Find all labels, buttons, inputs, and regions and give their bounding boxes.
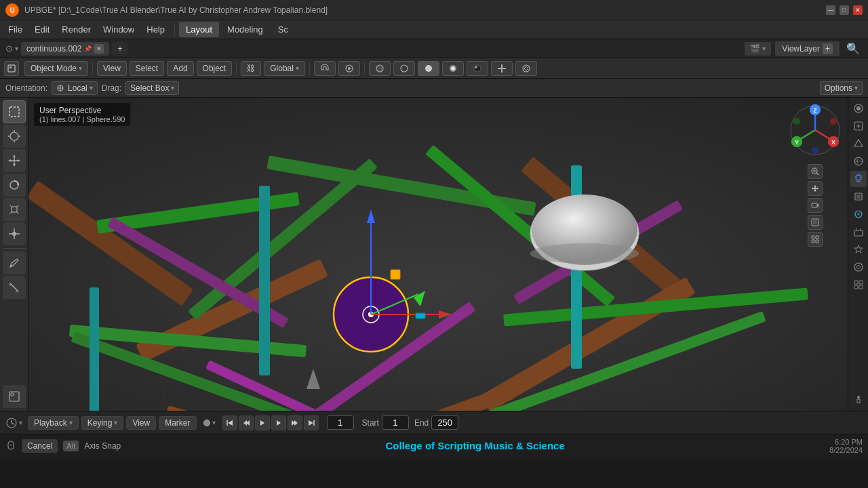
shading-material-btn[interactable] (442, 61, 464, 76)
svg-rect-146 (812, 236, 814, 239)
keyframe-chevron: ▾ (212, 419, 216, 426)
step-back-btn[interactable] (239, 415, 254, 430)
end-frame-display[interactable]: 250 (431, 415, 458, 430)
menu-help[interactable]: Help (141, 22, 170, 37)
properties-icon-6[interactable] (850, 188, 867, 205)
play-btn[interactable] (271, 415, 286, 430)
add-primitive-btn[interactable] (3, 385, 26, 408)
overlays-btn[interactable] (515, 61, 537, 76)
select-box-tool-btn[interactable] (3, 100, 26, 123)
render-engines[interactable]: 🎬 ▾ (745, 42, 771, 56)
drag-value: Select Box (130, 83, 169, 93)
minimize-button[interactable]: — (826, 5, 835, 15)
drag-label: Drag: (102, 83, 121, 93)
gizmo-y-label[interactable]: Y (795, 139, 799, 146)
tab-close-btn[interactable]: ✕ (94, 44, 104, 54)
svg-point-132 (812, 147, 818, 154)
view-btn[interactable]: View (126, 416, 156, 430)
workspace-modeling[interactable]: Modeling (220, 22, 270, 37)
svg-point-9 (425, 65, 432, 72)
drag-dropdown[interactable]: Select Box ▾ (125, 81, 179, 95)
shading-wireframe-btn[interactable] (393, 61, 415, 76)
annotate-tool-btn[interactable] (3, 251, 26, 274)
properties-icon-2[interactable] (850, 118, 867, 134)
cursor-tool-btn[interactable] (3, 125, 26, 148)
drag-chevron: ▾ (171, 84, 174, 92)
workspace-layout[interactable]: Layout (179, 22, 219, 37)
move-tool-btn[interactable] (3, 149, 26, 172)
viewport-gizmo[interactable]: Z X Y Z X Y (788, 103, 842, 157)
svg-line-44 (10, 283, 18, 291)
properties-icon-1[interactable] (850, 100, 867, 117)
menu-file[interactable]: File (3, 22, 28, 37)
svg-marker-179 (277, 420, 281, 426)
properties-icon-3[interactable] (850, 136, 867, 152)
marker-btn[interactable]: Marker (159, 416, 196, 430)
proportional-icon (344, 64, 354, 73)
properties-icon-10[interactable] (850, 259, 867, 275)
properties-icon-11[interactable] (850, 277, 867, 293)
proportional-edit-btn[interactable] (338, 61, 360, 76)
gizmo-z-label[interactable]: Z (813, 107, 817, 114)
viewlayer-section: ViewLayer + (775, 41, 840, 56)
svg-point-93 (530, 243, 639, 264)
object-mode-label: Object Mode (31, 64, 77, 73)
options-dropdown[interactable]: Options ▾ (820, 81, 863, 95)
maximize-button[interactable]: □ (840, 5, 849, 15)
shading-solid-btn[interactable] (418, 61, 439, 76)
skip-start-btn[interactable] (222, 415, 237, 430)
view-menu[interactable]: View (97, 61, 127, 76)
properties-icon-8[interactable] (850, 224, 867, 240)
viewport[interactable]: User Perspective (1) lines.007 | Sphere.… (28, 98, 848, 411)
main-area: User Perspective (1) lines.007 | Sphere.… (0, 98, 868, 411)
blender-icon: U (5, 3, 19, 17)
timeline-bar: ▾ Playback ▾ Keying ▾ View Marker ▾ (0, 411, 868, 434)
keying-btn[interactable]: Keying ▾ (81, 416, 124, 430)
scale-tool-btn[interactable] (3, 198, 26, 221)
properties-icon-5[interactable] (850, 171, 867, 187)
select-menu[interactable]: Select (130, 61, 164, 76)
new-tab-btn[interactable]: + (112, 42, 127, 56)
rotate-tool-btn[interactable] (3, 174, 26, 197)
object-info-label: (1) lines.007 | Sphere.590 (39, 115, 125, 123)
skip-end-btn[interactable] (304, 415, 319, 430)
svg-rect-167 (859, 281, 863, 284)
step-fwd-btn[interactable] (288, 415, 302, 430)
quad-view-btn[interactable] (808, 232, 823, 247)
render-view-btn[interactable] (808, 215, 823, 230)
snap-magnet-btn[interactable] (314, 61, 336, 76)
shading-render-btn[interactable] (467, 61, 488, 76)
workspace-scripting[interactable]: Sc (271, 22, 295, 37)
menu-window[interactable]: Window (98, 22, 140, 37)
camera-view-btn[interactable] (808, 198, 823, 213)
global-orientation-btn[interactable]: Global ▾ (264, 61, 305, 76)
xray-btn[interactable] (369, 61, 391, 76)
menu-render[interactable]: Render (56, 22, 96, 37)
transform-all-btn[interactable] (3, 222, 26, 245)
svg-point-11 (474, 65, 481, 72)
orientation-dropdown[interactable]: Local ▾ (52, 81, 98, 95)
current-frame-display[interactable]: 1 (327, 415, 354, 430)
object-menu[interactable]: Object (197, 61, 233, 76)
transform-pivot-btn[interactable]: ⛓ (241, 61, 261, 76)
properties-icon-4[interactable] (850, 153, 867, 169)
zoom-btn[interactable] (808, 164, 823, 179)
gizmo-x-label[interactable]: X (831, 139, 835, 146)
viewport-gizmos-btn[interactable] (491, 61, 513, 76)
add-menu[interactable]: Add (167, 61, 193, 76)
start-frame-display[interactable]: 1 (382, 415, 409, 430)
properties-icon-12[interactable] (850, 392, 867, 408)
measure-tool-btn[interactable] (3, 276, 26, 299)
pan-btn[interactable] (808, 181, 823, 196)
file-tab[interactable]: continuous.002 📌 ✕ (21, 42, 109, 56)
cancel-btn[interactable]: Cancel (22, 439, 58, 453)
play-back-btn[interactable] (255, 415, 270, 430)
object-mode-dropdown[interactable]: Object Mode ▾ (24, 61, 88, 76)
properties-icon-9[interactable] (850, 241, 867, 258)
global-search-btn[interactable]: 🔍 (844, 39, 863, 58)
properties-icon-7[interactable] (850, 206, 867, 222)
menu-edit[interactable]: Edit (29, 22, 55, 37)
add-viewlayer-btn[interactable]: + (823, 43, 833, 54)
playback-btn[interactable]: Playback ▾ (28, 416, 79, 430)
close-button[interactable]: ✕ (853, 5, 863, 15)
